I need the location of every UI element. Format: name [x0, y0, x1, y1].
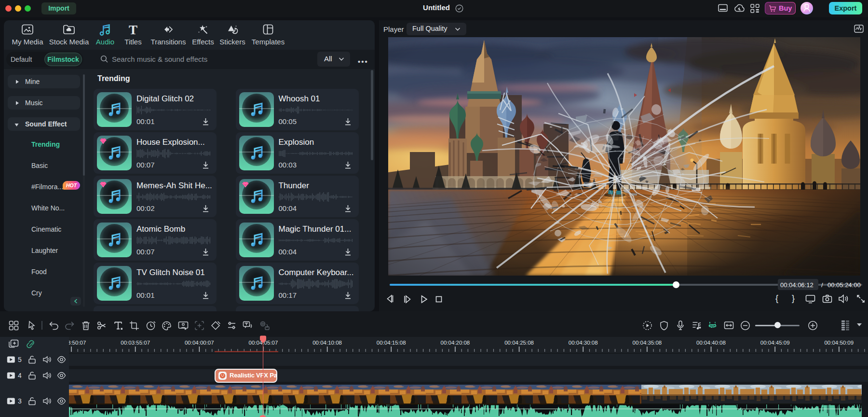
svg-text:3: 3 [18, 397, 22, 405]
svg-text:5: 5 [18, 356, 22, 363]
svg-text:4: 4 [18, 372, 22, 379]
